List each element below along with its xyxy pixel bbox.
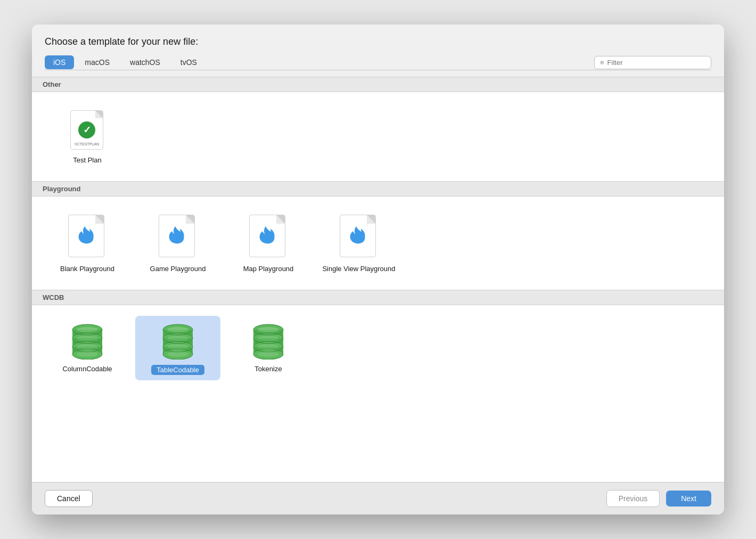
svg-point-26 bbox=[167, 327, 188, 332]
filter-icon: ≡ bbox=[600, 59, 604, 67]
db-icon-table-codable bbox=[161, 323, 195, 360]
xctestplan-label: XCTESTPLAN bbox=[71, 142, 103, 146]
swift-bird-blank bbox=[77, 226, 96, 246]
template-item-test-plan[interactable]: ✓ XCTESTPLAN Test Plan bbox=[45, 103, 130, 170]
green-badge: ✓ bbox=[78, 121, 95, 138]
tab-macos[interactable]: macOS bbox=[75, 55, 119, 70]
swift-icon-blank bbox=[68, 215, 106, 259]
footer-right: Previous Next bbox=[606, 490, 711, 507]
svg-point-28 bbox=[167, 344, 188, 349]
section-content-other: ✓ XCTESTPLAN Test Plan bbox=[32, 92, 724, 181]
svg-point-11 bbox=[77, 327, 98, 332]
svg-point-42 bbox=[258, 336, 279, 341]
section-header-other: Other bbox=[32, 77, 724, 92]
blank-playground-label: Blank Playground bbox=[60, 265, 114, 274]
tab-ios[interactable]: iOS bbox=[45, 55, 74, 69]
svg-point-13 bbox=[77, 344, 98, 349]
template-dialog: Choose a template for your new file: iOS… bbox=[32, 24, 724, 514]
template-item-table-codable[interactable]: TableCodable bbox=[135, 316, 220, 380]
template-item-map-playground[interactable]: Map Playground bbox=[226, 207, 311, 279]
svg-point-43 bbox=[258, 344, 279, 349]
dialog-title: Choose a template for your new file: bbox=[45, 36, 711, 47]
tab-watchos[interactable]: watchOS bbox=[120, 55, 170, 70]
swift-bird-map bbox=[258, 226, 277, 246]
svg-point-44 bbox=[258, 352, 279, 357]
swift-icon-single-view bbox=[340, 215, 378, 259]
section-content-playground: Blank Playground Game Playground bbox=[32, 197, 724, 290]
template-item-single-view-playground[interactable]: Single View Playground bbox=[316, 207, 401, 279]
test-plan-label: Test Plan bbox=[73, 156, 101, 165]
template-item-game-playground[interactable]: Game Playground bbox=[135, 207, 220, 279]
single-view-playground-label: Single View Playground bbox=[322, 265, 395, 274]
svg-point-12 bbox=[77, 336, 98, 341]
section-header-wcdb: WCDB bbox=[32, 290, 724, 305]
cancel-button[interactable]: Cancel bbox=[45, 490, 93, 507]
tokenize-label: Tokenize bbox=[254, 365, 282, 374]
game-playground-label: Game Playground bbox=[150, 265, 206, 274]
db-icon-tokenize bbox=[251, 323, 285, 360]
dialog-footer: Cancel Previous Next bbox=[32, 482, 724, 514]
next-button[interactable]: Next bbox=[666, 491, 711, 507]
tab-row: iOS macOS watchOS tvOS bbox=[45, 55, 594, 70]
map-playground-label: Map Playground bbox=[243, 265, 294, 274]
template-item-column-codable[interactable]: ColumnCodable bbox=[45, 316, 130, 380]
swift-bird-game bbox=[167, 226, 186, 246]
previous-button[interactable]: Previous bbox=[606, 490, 660, 507]
content-area[interactable]: Other ✓ XCTESTPLAN Test Plan Playground bbox=[32, 77, 724, 482]
filter-input[interactable] bbox=[607, 59, 705, 67]
column-codable-label: ColumnCodable bbox=[62, 365, 112, 374]
svg-point-29 bbox=[167, 352, 188, 357]
swift-icon-game bbox=[159, 215, 197, 259]
section-content-wcdb: ColumnCodable bbox=[32, 305, 724, 391]
testplan-icon: ✓ XCTESTPLAN bbox=[70, 110, 104, 151]
section-header-playground: Playground bbox=[32, 181, 724, 197]
table-codable-label: TableCodable bbox=[151, 365, 204, 375]
db-icon-column-codable bbox=[70, 323, 104, 360]
swift-icon-map bbox=[249, 215, 287, 259]
svg-point-14 bbox=[77, 352, 98, 357]
template-item-tokenize[interactable]: Tokenize bbox=[226, 316, 311, 380]
svg-point-27 bbox=[167, 336, 188, 341]
filter-box[interactable]: ≡ bbox=[594, 56, 711, 69]
dialog-header: Choose a template for your new file: iOS… bbox=[32, 24, 724, 77]
tab-bar: iOS macOS watchOS tvOS ≡ bbox=[45, 55, 711, 70]
svg-point-41 bbox=[258, 327, 279, 332]
swift-bird-single-view bbox=[348, 226, 367, 246]
template-item-blank-playground[interactable]: Blank Playground bbox=[45, 207, 130, 279]
tab-tvos[interactable]: tvOS bbox=[171, 55, 207, 70]
